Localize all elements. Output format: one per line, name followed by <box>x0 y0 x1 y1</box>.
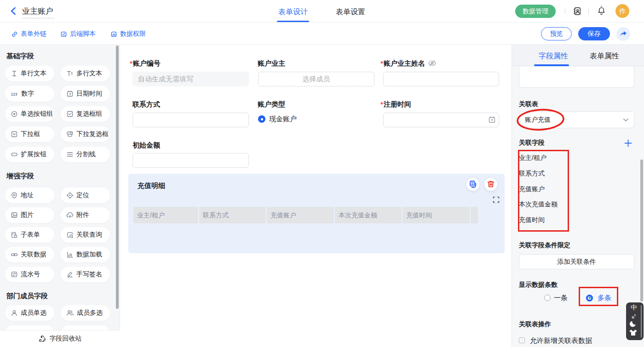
svg-text:123: 123 <box>11 92 17 97</box>
